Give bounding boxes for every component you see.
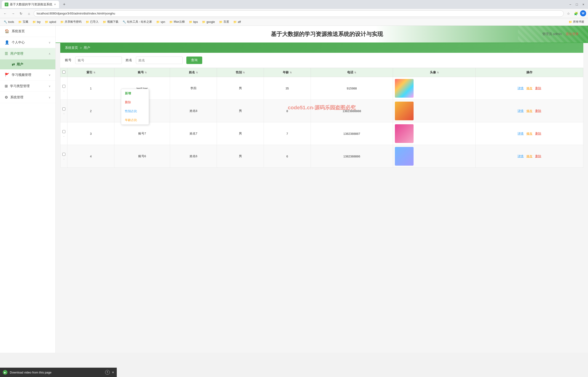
bookmark-txy-label: txy <box>37 20 40 24</box>
sidebar-item-system-mgmt[interactable]: ⚙ 系统管理 ∨ <box>0 92 55 103</box>
row3-delete-link[interactable]: 删除 <box>535 132 541 135</box>
row2-delete-link[interactable]: 删除 <box>535 109 541 113</box>
bookmark-bps[interactable]: 📁 bps <box>187 19 200 25</box>
header-user-info: 管理员 admin 退出登录 <box>542 32 579 36</box>
context-menu-age[interactable]: 年龄占比 <box>121 116 149 125</box>
row3-avatar <box>395 124 414 143</box>
row4-age: 6 <box>264 145 311 168</box>
account-search-label: 账号 <box>65 58 71 62</box>
account-sort-icon[interactable]: ⇅ <box>145 71 147 74</box>
logout-button[interactable]: 退出登录 <box>565 32 579 36</box>
back-button[interactable]: ← <box>2 10 8 17</box>
home-button[interactable]: ⌂ <box>26 10 32 17</box>
select-all-checkbox[interactable] <box>62 71 65 74</box>
query-button[interactable]: 查询 <box>186 57 202 64</box>
sidebar-item-video-mgmt[interactable]: 🚩 学习视频管理 ∨ <box>0 69 55 81</box>
bookmark-webmaster[interactable]: 🔧 站长工具 - 站长之家 <box>121 19 154 25</box>
row4-phone: 1382388886 <box>311 145 393 168</box>
row2-edit-link[interactable]: 修改 <box>526 109 532 113</box>
row4-checkbox[interactable] <box>62 153 65 156</box>
row1-avatar <box>395 79 414 98</box>
sidebar-system-label: 系统管理 <box>10 95 46 99</box>
gender-sort-icon[interactable]: ⇅ <box>243 71 245 74</box>
name-search-input[interactable] <box>136 57 183 64</box>
sidebar-item-home[interactable]: 🏠 系统首页 <box>0 26 55 37</box>
row2-name: 姓名8 <box>170 100 217 122</box>
context-menu-gender[interactable]: 性别占比 <box>121 107 149 116</box>
sidebar-user-label: 用户 <box>17 62 23 67</box>
row3-edit-link[interactable]: 修改 <box>526 132 532 135</box>
forward-button[interactable]: → <box>10 10 16 17</box>
row3-detail-link[interactable]: 详情 <box>518 132 524 135</box>
sidebar-arrows-icon: ⇄ <box>12 62 15 67</box>
download-close-button[interactable]: × <box>112 370 114 374</box>
row4-edit-link[interactable]: 修改 <box>526 154 532 158</box>
row2-checkbox[interactable] <box>62 107 65 110</box>
sidebar-item-users[interactable]: ⇄ 用户 <box>0 59 55 69</box>
bookmark-bps-label: bps <box>193 20 198 24</box>
extensions-button[interactable]: 🧩 <box>573 10 579 17</box>
row4-detail-link[interactable]: 详情 <box>518 154 524 158</box>
bookmark-imported[interactable]: 📁 已导入 <box>84 19 100 25</box>
context-menu-add[interactable]: 新增 <box>121 89 149 98</box>
phone-sort-icon[interactable]: ⇅ <box>354 71 356 74</box>
bookmark-google[interactable]: 📁 google <box>200 19 217 25</box>
sidebar-item-personal[interactable]: 👤 个人中心 ∨ <box>0 37 55 48</box>
bookmark-uplod[interactable]: 📁 uplod <box>43 19 58 25</box>
bookmark-baozang[interactable]: 📁 宝藏 <box>16 19 30 25</box>
col-index: 索引 ⇅ <box>68 68 115 77</box>
bookmark-shared-account[interactable]: 📁 共享账号密码 <box>58 19 83 25</box>
breadcrumb-home[interactable]: 系统首页 <box>65 46 78 50</box>
bookmark-max-icon: 📁 <box>169 20 173 24</box>
download-play-button[interactable]: ▶ <box>3 370 8 375</box>
bookmark-tools[interactable]: 🔧 tools <box>2 19 16 25</box>
row4-delete-link[interactable]: 删除 <box>535 154 541 158</box>
bookmark-txy[interactable]: 📁 txy <box>31 19 42 25</box>
sidebar-item-user-mgmt[interactable]: ☰ 用户管理 ∧ <box>0 48 55 59</box>
age-sort-icon[interactable]: ⇅ <box>290 71 292 74</box>
row4-account: 账号6 <box>114 145 170 168</box>
row1-delete-link[interactable]: 删除 <box>535 86 541 90</box>
refresh-button[interactable]: ↻ <box>18 10 24 17</box>
bookmark-video-download[interactable]: 📁 视频下载 <box>101 19 120 25</box>
row2-avatar-cell <box>393 100 476 122</box>
star-button[interactable]: ☆ <box>565 10 572 17</box>
main-content: 🏠 系统首页 👤 个人中心 ∨ ☰ 用户管理 ∧ ⇄ 用户 🚩 学习视频管理 ∨ <box>0 26 588 353</box>
page-title: 基于大数据的学习资源推送系统的设计与实现 <box>112 30 542 38</box>
bookmarks-bar: 🔧 tools 📁 宝藏 📁 txy 📁 uplod 📁 共享账号密码 📁 已导… <box>0 18 588 26</box>
row3-actions: 详情 修改 删除 <box>476 122 583 145</box>
bookmark-baidu[interactable]: 📁 百度 <box>217 19 231 25</box>
bookmark-all[interactable]: 📁 所有书签 <box>567 19 586 25</box>
minimize-button[interactable]: − <box>567 2 573 7</box>
chevron-up-icon: ∧ <box>49 52 51 55</box>
account-search-input[interactable] <box>75 57 122 64</box>
close-window-button[interactable]: × <box>580 2 586 7</box>
new-tab-button[interactable]: + <box>61 1 68 8</box>
breadcrumb-separator: > <box>80 46 82 50</box>
bookmark-aff[interactable]: 📁 aff <box>231 19 243 25</box>
bookmark-baozang-label: 宝藏 <box>23 20 28 24</box>
name-sort-icon[interactable]: ⇅ <box>196 71 198 74</box>
bookmark-max[interactable]: 📁 Max云梯 <box>167 19 187 25</box>
browser-tab[interactable]: V 基于大数据的学习资源推送系统 × <box>2 1 59 8</box>
bookmark-aff-icon: 📁 <box>233 20 237 24</box>
row3-checkbox[interactable] <box>62 130 65 133</box>
sidebar-item-type-mgmt[interactable]: ⊞ 学习类型管理 ∨ <box>0 81 55 92</box>
settings-icon: ⚙ <box>5 95 8 99</box>
bookmark-webmaster-label: 站长工具 - 站长之家 <box>127 20 152 24</box>
address-bar[interactable]: localhost:8080/djangor3r93/admin/dist/in… <box>34 10 564 17</box>
row1-detail-link[interactable]: 详情 <box>518 86 524 90</box>
row1-edit-link[interactable]: 修改 <box>526 86 532 90</box>
context-menu-delete[interactable]: 删除 <box>121 98 149 107</box>
sidebar-personal-label: 个人中心 <box>12 40 46 45</box>
profile-button[interactable]: W <box>580 10 586 16</box>
bookmark-vpn[interactable]: 📁 vpn <box>154 19 167 25</box>
row1-checkbox[interactable] <box>62 85 65 88</box>
download-help-button[interactable]: ? <box>105 370 110 375</box>
maximize-button[interactable]: □ <box>574 2 580 7</box>
tab-close-button[interactable]: × <box>54 2 56 7</box>
index-sort-icon[interactable]: ⇅ <box>93 71 95 74</box>
avatar-sort-icon[interactable]: ⇅ <box>437 71 439 74</box>
context-menu: 新增 删除 性别占比 年龄占比 <box>121 89 149 125</box>
row2-detail-link[interactable]: 详情 <box>518 109 524 113</box>
